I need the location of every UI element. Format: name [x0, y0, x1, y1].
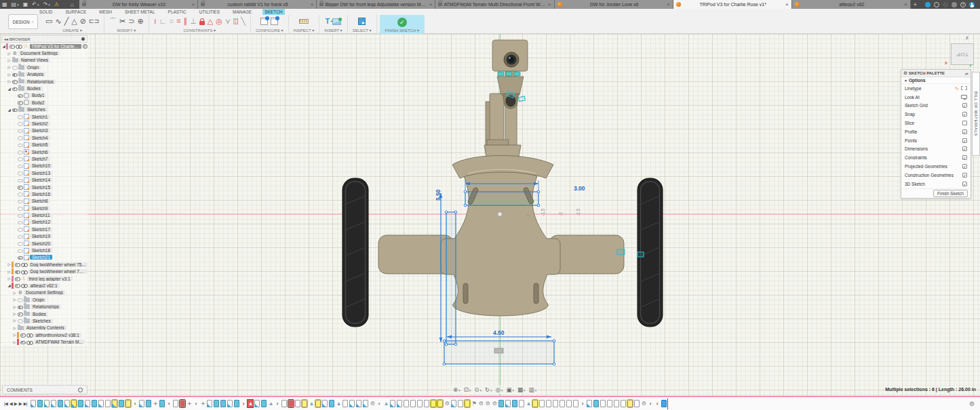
timeline-feature-ex-70[interactable]	[498, 400, 504, 407]
visibility-eye-icon[interactable]	[17, 304, 23, 310]
tree-row-named-views[interactable]: ▷Named Views	[1, 57, 87, 64]
tree-row-body2[interactable]: Body2	[1, 99, 87, 106]
visibility-eye-icon[interactable]	[17, 163, 23, 169]
timeline-feature-sk-54[interactable]	[390, 400, 395, 407]
ribbon-tab-mesh[interactable]: MESH	[97, 9, 114, 15]
tripod-body[interactable]	[378, 145, 624, 316]
timeline-feature-do-80[interactable]	[566, 400, 572, 407]
symmetry-tool[interactable]: [¦]	[233, 16, 238, 27]
timeline-feature-ge-51[interactable]	[370, 400, 375, 407]
ribbon-group-caption[interactable]: INSPECT ▾	[294, 28, 315, 33]
document-tab-dw-for-kelly-weaver-v10[interactable]: DW for Kelly Weaver v10×	[79, 0, 198, 9]
timeline-feature-wa-33[interactable]	[248, 400, 253, 407]
expand-arrow-icon[interactable]: ▷	[7, 73, 12, 77]
tree-row-dog-twowheeler-wheel-75-v1[interactable]: ▷Dog twoWheeler wheel 75% v1...	[1, 268, 87, 275]
visibility-eye-icon[interactable]	[17, 247, 23, 253]
move-tool[interactable]: ⊕	[137, 16, 143, 27]
expand-arrow-icon[interactable]: ▷	[12, 333, 17, 337]
tree-row-relationships[interactable]: ▷Relationships	[1, 78, 87, 85]
palette-row-points[interactable]: Points	[901, 136, 971, 145]
measure-tool[interactable]	[299, 19, 309, 24]
timeline-feature-do-59[interactable]	[424, 400, 429, 407]
expand-arrow-icon[interactable]: ◢	[1, 44, 6, 48]
polygon-constraint-tool[interactable]: △	[208, 16, 213, 27]
timeline-feature-mi-21[interactable]	[166, 400, 172, 407]
document-tab-tripod-v3-for-charlie-rose-v1[interactable]: TRiPod V3 for Charlie Rose v1*×	[673, 0, 792, 9]
visibility-eye-icon[interactable]	[17, 219, 23, 225]
left-wheel[interactable]	[342, 178, 368, 327]
visibility-eye-icon[interactable]	[12, 85, 18, 91]
palette-row-snap[interactable]: Snap	[901, 110, 971, 119]
timeline-feature-sk-7[interactable]	[71, 400, 77, 407]
dimension-base-label[interactable]: 4.50	[493, 329, 505, 336]
tree-row-sketch15[interactable]: Sketch15	[1, 184, 87, 190]
timeline-feature-sk-30[interactable]	[227, 400, 233, 407]
concentric-tool[interactable]: ◎	[216, 16, 222, 27]
tree-row-root-component[interactable]: ◢ ⚠ TRiPod V3 for Charlie L... ⊘	[1, 43, 87, 49]
ribbon-group-caption[interactable]: CONSTRAINTS ▾	[183, 28, 216, 33]
visibility-eye-icon[interactable]	[20, 332, 26, 338]
fillet-tool[interactable]: ⌒	[109, 16, 117, 27]
coincident-tool[interactable]: ≀	[154, 16, 157, 27]
timeline-feature-do-75[interactable]	[532, 400, 538, 407]
timeline-feature-ex-2[interactable]	[37, 400, 43, 407]
display-settings-icon[interactable]: ▣▾	[507, 386, 515, 393]
timeline-feature-do-87[interactable]	[614, 400, 619, 407]
curvature-tool[interactable]: ╲	[241, 16, 246, 27]
checkbox-points[interactable]	[962, 138, 967, 143]
timeline-feature-sk-55[interactable]	[397, 400, 402, 407]
tree-row-document-settings[interactable]: ▷⚙Document Settings	[1, 49, 87, 56]
go-to-start-icon[interactable]: |◀	[4, 401, 7, 407]
tree-row-body1[interactable]: Body1	[1, 92, 87, 99]
timeline-feature-sk-27[interactable]	[207, 400, 212, 407]
finish-sketch-check-icon[interactable]: ✓	[397, 18, 407, 27]
parallel-tool[interactable]: ∥	[184, 16, 188, 27]
timeline-feature-ge-68[interactable]	[485, 400, 490, 407]
tree-row-altfronttrunionv2-v38-1[interactable]: ▷altfronttrunionv2 v38:1	[1, 331, 87, 338]
visibility-eye-icon[interactable]	[17, 142, 23, 148]
checkbox-3d-sketch[interactable]	[962, 182, 967, 186]
look-at-icon[interactable]: ◎▾	[496, 386, 503, 393]
deactivate-icon[interactable]: ⊘	[83, 44, 87, 49]
palette-options-section[interactable]: ▼ Options	[901, 77, 971, 84]
timeline-feature-jt-19[interactable]	[153, 400, 158, 407]
visibility-eye-icon[interactable]	[14, 276, 20, 282]
new-tab-button[interactable]: +	[914, 1, 917, 8]
ribbon-group-caption[interactable]: FINISH SKETCH ▾	[385, 28, 419, 33]
insert-text-tool[interactable]: T	[326, 16, 330, 26]
timeline-feature-do-61[interactable]	[437, 400, 443, 407]
timeline-feature-do-23[interactable]	[180, 400, 185, 407]
visibility-eye-icon[interactable]	[17, 127, 23, 134]
fix-lock-tool[interactable]	[199, 21, 205, 25]
visibility-eye-icon[interactable]	[17, 170, 23, 176]
collapse-panel-icon[interactable]: ◂◂	[4, 37, 9, 41]
notifications-icon[interactable]	[952, 2, 957, 7]
timeline-feature-sk-11[interactable]	[98, 400, 104, 407]
tree-row-altlegv2-v62-1[interactable]: ◢altlegv2 v62:1	[1, 282, 87, 289]
timeline-feature-jt-24[interactable]	[187, 400, 192, 407]
checkbox-projected-geometries[interactable]	[962, 164, 967, 169]
timeline-feature-do-79[interactable]	[560, 400, 565, 407]
expand-arrow-icon[interactable]: ▷	[12, 312, 17, 316]
timeline-feature-sk-83[interactable]	[587, 400, 592, 407]
expand-arrow-icon[interactable]: ▷	[7, 276, 12, 281]
ribbon-tab-plastic[interactable]: PLASTIC	[166, 9, 189, 15]
timeline-feature-sk-50[interactable]	[363, 400, 368, 407]
timeline-feature-sk-63[interactable]	[451, 400, 456, 407]
timeline-feature-do-41[interactable]	[302, 400, 307, 407]
timeline-feature-do-12[interactable]	[105, 400, 111, 407]
checkbox-slice[interactable]	[962, 121, 967, 125]
tree-row-sketch5[interactable]: Sketch5	[1, 141, 87, 148]
tree-row-sketches[interactable]: ▷Sketches	[1, 317, 87, 324]
ribbon-tab-solid[interactable]: SOLID	[37, 9, 55, 15]
timeline-feature-do-56[interactable]	[404, 400, 409, 407]
expand-arrow-icon[interactable]: ▷	[7, 52, 12, 56]
tree-row-sketch21[interactable]: Sketch21	[1, 254, 87, 261]
tree-row-sketch20[interactable]: Sketch20	[1, 240, 87, 247]
linetype-spline-icon[interactable]: ∿	[954, 85, 959, 91]
sketch-palette-header[interactable]: ⚙ SKETCH PALETTE ⇄	[901, 70, 971, 77]
rectangle-tool[interactable]: ▭	[45, 16, 52, 27]
timeline-feature-sk-17[interactable]	[139, 400, 144, 407]
ribbon-group-caption[interactable]: SELECT ▾	[353, 28, 372, 33]
pan-icon[interactable]: ⊕▾	[453, 386, 460, 393]
